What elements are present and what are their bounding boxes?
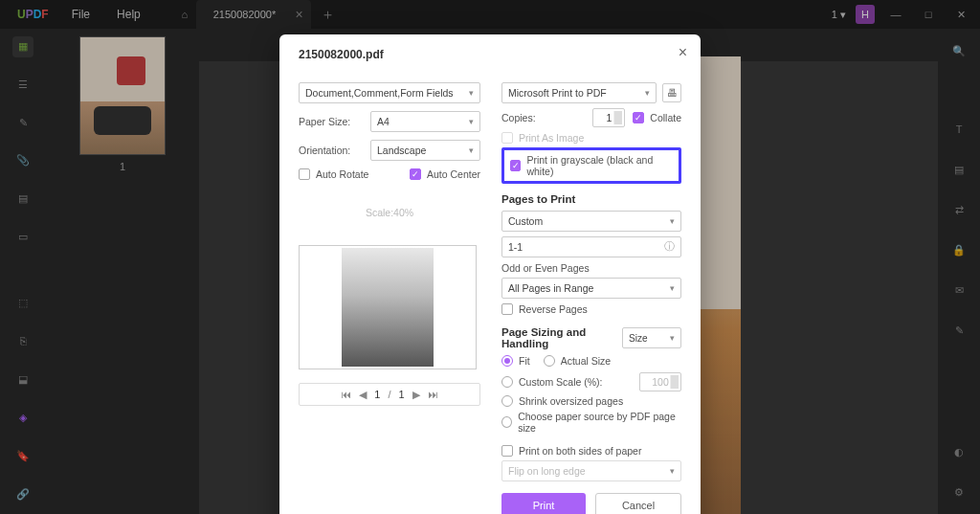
flip-dropdown: Flip on long edge	[501, 460, 681, 481]
custom-scale-spinner: 100	[639, 372, 681, 391]
dialog-left-column: Document,Comment,Form Fields Paper Size:…	[299, 82, 480, 514]
custom-scale-radio[interactable]: Custom Scale (%):	[501, 376, 603, 388]
auto-rotate-checkbox[interactable]: Auto Rotate	[299, 168, 368, 180]
both-sides-checkbox[interactable]: Print on both sides of paper	[501, 445, 681, 457]
auto-center-checkbox[interactable]: Auto Center	[410, 168, 480, 180]
printer-dropdown[interactable]: Microsoft Print to PDF	[501, 82, 657, 103]
grayscale-highlight: Print in grayscale (black and white)	[501, 147, 681, 184]
sizing-mode-dropdown[interactable]: Size	[622, 327, 681, 348]
paper-source-radio[interactable]: Choose paper source by PDF page size	[501, 411, 681, 434]
grayscale-checkbox[interactable]: Print in grayscale (black and white)	[510, 154, 673, 177]
preview-pager: ⏮ ◀ 1 / 1 ▶ ⏭	[299, 383, 480, 406]
odd-even-dropdown[interactable]: All Pages in Range	[501, 278, 681, 299]
info-icon[interactable]: ⓘ	[664, 240, 675, 254]
paper-size-dropdown[interactable]: A4	[370, 111, 480, 132]
pager-total: 1	[399, 389, 405, 400]
pager-prev-icon[interactable]: ◀	[359, 389, 367, 401]
print-as-image-checkbox: Print As Image	[501, 132, 681, 144]
page-range-input[interactable]: 1-1ⓘ	[501, 236, 681, 257]
pager-first-icon[interactable]: ⏮	[341, 389, 351, 400]
collate-checkbox[interactable]: Collate	[633, 112, 681, 123]
copies-spinner[interactable]: 1	[592, 108, 625, 127]
pager-next-icon[interactable]: ▶	[412, 389, 420, 401]
pager-current[interactable]: 1	[374, 389, 380, 400]
orientation-dropdown[interactable]: Landscape	[370, 140, 480, 161]
pages-to-print-heading: Pages to Print	[501, 193, 681, 205]
scale-text: Scale:40%	[299, 207, 480, 218]
dialog-close-icon[interactable]: ×	[679, 44, 687, 61]
print-preview	[299, 245, 477, 369]
shrink-radio[interactable]: Shrink oversized pages	[501, 395, 681, 407]
copies-label: Copies:	[501, 112, 536, 123]
odd-even-label: Odd or Even Pages	[501, 262, 681, 274]
orientation-label: Orientation:	[299, 145, 370, 156]
sizing-heading: Page Sizing and Handling	[501, 326, 622, 349]
actual-size-radio[interactable]: Actual Size	[544, 355, 612, 367]
page-range-mode-dropdown[interactable]: Custom	[501, 211, 681, 232]
dialog-title: 2150082000.pdf	[299, 48, 681, 61]
print-dialog: 2150082000.pdf × Document,Comment,Form F…	[279, 34, 701, 514]
print-button[interactable]: Print	[501, 493, 586, 514]
paper-size-label: Paper Size:	[299, 116, 370, 127]
print-items-dropdown[interactable]: Document,Comment,Form Fields	[299, 82, 480, 103]
cancel-button[interactable]: Cancel	[595, 493, 681, 514]
pager-last-icon[interactable]: ⏭	[428, 389, 438, 400]
dialog-right-column: Microsoft Print to PDF 🖶 Copies: 1 Colla…	[501, 82, 681, 514]
printer-properties-icon[interactable]: 🖶	[662, 83, 681, 102]
modal-overlay: 2150082000.pdf × Document,Comment,Form F…	[0, 0, 980, 514]
reverse-pages-checkbox[interactable]: Reverse Pages	[501, 303, 681, 315]
fit-radio[interactable]: Fit	[501, 355, 530, 367]
